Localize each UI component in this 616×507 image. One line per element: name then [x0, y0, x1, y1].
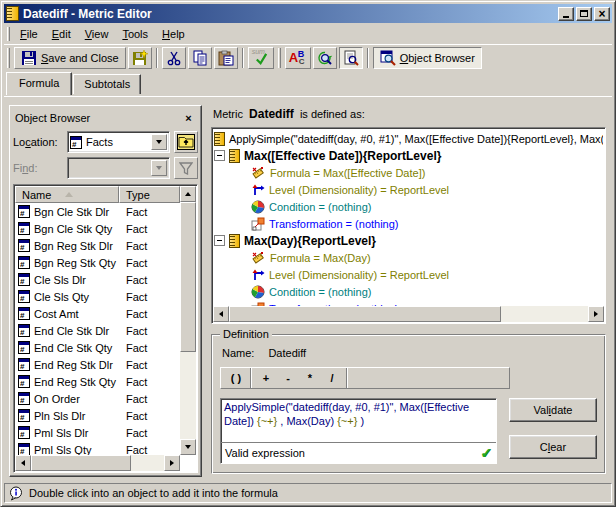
multiply-button[interactable]: * — [299, 369, 321, 387]
fact-icon — [18, 205, 30, 218]
scroll-down-button[interactable] — [180, 439, 196, 455]
tree-node-row[interactable]: Max(Day){ReportLevel} — [214, 232, 603, 249]
collapse-icon[interactable] — [214, 235, 225, 246]
tree-property-row[interactable]: Level (Dimensionality) = ReportLevel — [251, 181, 603, 198]
close-button[interactable]: × — [594, 7, 610, 21]
clear-button[interactable]: Clear — [509, 435, 597, 459]
save-and-close-button[interactable]: Save and Close — [14, 47, 126, 69]
tree-root-row[interactable]: ApplySimple("datediff(day, #0, #1)", Max… — [214, 130, 603, 147]
title-bar[interactable]: Datediff - Metric Editor × — [4, 4, 612, 23]
magnifier-refresh-icon — [317, 50, 333, 66]
minus-button[interactable]: - — [277, 369, 299, 387]
tree-property-row[interactable]: Transformation = (nothing) — [251, 215, 603, 232]
fact-name: On Order — [34, 393, 122, 405]
list-item[interactable]: Cle Sls Dlr Fact — [15, 271, 180, 288]
tree-property-row[interactable]: Condition = (nothing) — [251, 283, 603, 300]
validate-sum-button[interactable]: sum — [248, 47, 274, 69]
list-item[interactable]: End Reg Stk Qty Fact — [15, 373, 180, 390]
fact-icon — [18, 239, 30, 252]
scroll-right-button[interactable] — [588, 306, 604, 322]
maximize-button[interactable] — [576, 7, 592, 21]
metric-icon — [229, 234, 240, 248]
save-as-button[interactable] — [128, 47, 152, 69]
list-item[interactable]: Pml Sls Dlr Fact — [15, 424, 180, 441]
list-item[interactable]: Cost Amt Fact — [15, 305, 180, 322]
fact-type: Fact — [126, 274, 147, 286]
object-browser-header: Object Browser × — [13, 109, 198, 127]
name-row: Name: Datediff — [222, 347, 597, 359]
app-metric-icon — [6, 6, 19, 21]
menu-edit[interactable]: Edit — [45, 26, 78, 42]
menu-help[interactable]: Help — [155, 26, 192, 42]
condition-property: Condition = (nothing) — [269, 286, 371, 298]
tab-formula[interactable]: Formula — [6, 72, 72, 95]
tree-property-row[interactable]: Level (Dimensionality) = ReportLevel — [251, 266, 603, 283]
metric-icon — [214, 132, 225, 146]
list-rows: Bgn Cle Stk Dlr Fact Bgn Cle Stk Qty Fac… — [15, 203, 180, 455]
fact-name: End Reg Stk Qty — [34, 376, 122, 388]
list-item[interactable]: End Cle Stk Qty Fact — [15, 339, 180, 356]
horizontal-scroll-thumb[interactable] — [229, 306, 501, 322]
list-item[interactable]: Bgn Reg Stk Qty Fact — [15, 254, 180, 271]
location-combo[interactable]: Facts — [67, 131, 170, 153]
column-header-name[interactable]: Name — [15, 186, 119, 203]
search-document-toggle[interactable] — [339, 47, 363, 69]
vertical-scroll-thumb[interactable] — [180, 202, 196, 352]
zoom-refresh-button[interactable] — [313, 47, 337, 69]
menu-view[interactable]: View — [78, 26, 116, 42]
divide-button[interactable]: / — [321, 369, 343, 387]
list-column-headers: Name Type — [15, 186, 180, 203]
column-header-type[interactable]: Type — [119, 186, 180, 203]
copy-button[interactable] — [188, 47, 212, 69]
list-horizontal-scrollbar[interactable] — [15, 455, 180, 471]
object-browser-toggle[interactable]: Object Browser — [373, 47, 482, 69]
plus-button[interactable]: + — [255, 369, 277, 387]
parentheses-button[interactable]: ( ) — [225, 369, 247, 387]
list-item[interactable]: Bgn Reg Stk Dlr Fact — [15, 237, 180, 254]
collapse-icon[interactable] — [214, 150, 225, 161]
paste-button[interactable] — [214, 47, 238, 69]
list-item[interactable]: Bgn Cle Stk Dlr Fact — [15, 203, 180, 220]
info-icon — [9, 486, 24, 501]
menu-tools[interactable]: Tools — [115, 26, 155, 42]
scroll-left-button[interactable] — [15, 455, 31, 471]
location-dropdown-button[interactable] — [151, 134, 167, 150]
window-title: Datediff - Metric Editor — [23, 7, 556, 21]
tree-property-row[interactable]: Formula = Max(Day) — [251, 249, 603, 266]
tab-subtotals[interactable]: Subtotals — [73, 74, 141, 94]
fact-icon — [70, 136, 82, 149]
list-item[interactable]: Pml Sls Qty Fact — [15, 441, 180, 455]
tree-horizontal-scrollbar[interactable] — [213, 306, 604, 322]
scroll-left-button[interactable] — [213, 306, 229, 322]
tree-property-row[interactable]: Formula = Max([Effective Date]) — [251, 164, 603, 181]
list-item[interactable]: Pln Sls Dlr Fact — [15, 407, 180, 424]
scroll-right-button[interactable] — [164, 455, 180, 471]
list-item[interactable]: End Cle Stk Dlr Fact — [15, 322, 180, 339]
fact-name: Bgn Reg Stk Dlr — [34, 240, 122, 252]
object-browser-close-button[interactable]: × — [181, 111, 196, 125]
list-item[interactable]: On Order Fact — [15, 390, 180, 407]
horizontal-scroll-thumb[interactable] — [31, 455, 131, 471]
up-one-level-button[interactable] — [174, 131, 198, 153]
list-item[interactable]: Bgn Cle Stk Qty Fact — [15, 220, 180, 237]
minimize-button[interactable] — [558, 7, 574, 21]
list-vertical-scrollbar[interactable] — [180, 186, 196, 455]
menu-grip[interactable] — [7, 27, 10, 41]
validate-button[interactable]: Validate — [509, 398, 597, 422]
fact-name: End Cle Stk Dlr — [34, 325, 122, 337]
tree-node-row[interactable]: Max([Effective Date]){ReportLevel} — [214, 147, 603, 164]
formula-property: Formula = Max(Day) — [270, 252, 371, 264]
cut-button[interactable] — [162, 47, 186, 69]
expression-input[interactable]: ApplySimple("datediff(day, #0, #1)", Max… — [221, 399, 496, 443]
list-item[interactable]: End Reg Stk Dlr Fact — [15, 356, 180, 373]
arrow-left-icon — [216, 311, 223, 317]
fact-name: Bgn Cle Stk Qty — [34, 223, 122, 235]
toolbar-grip[interactable] — [7, 48, 10, 68]
scroll-up-button[interactable] — [180, 186, 196, 202]
rename-abc-button[interactable]: A B C — [285, 47, 311, 69]
toolbar-grip[interactable] — [278, 48, 281, 68]
list-item[interactable]: Cle Sls Qty Fact — [15, 288, 180, 305]
arrow-right-icon — [170, 460, 177, 466]
menu-file[interactable]: File — [13, 26, 45, 42]
tree-property-row[interactable]: Condition = (nothing) — [251, 198, 603, 215]
